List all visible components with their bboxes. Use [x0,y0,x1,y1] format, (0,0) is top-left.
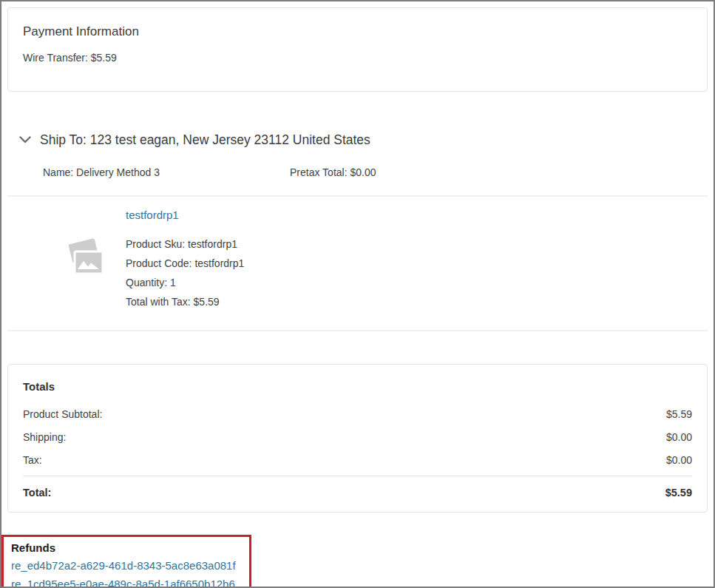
product-image-placeholder [43,238,126,280]
totals-value: $5.59 [666,407,692,422]
grand-total-label: Total: [23,485,51,500]
refund-id-link[interactable]: re_ed4b72a2-a629-461d-8343-5ac8e63a081f [11,556,242,575]
product-title-link[interactable]: testfordrp1 [126,208,179,223]
totals-label: Product Subtotal: [23,407,102,422]
ship-to-title: Ship To: 123 test eagan, New Jersey 2311… [40,132,370,148]
totals-row-tax: Tax: $0.00 [23,453,692,467]
product-code: Product Code: testfordrp1 [126,254,244,273]
refund-id-link[interactable]: re_1cd95ee5-e0ae-489c-8a5d-1af6650b12b6 [11,575,242,588]
totals-card: Totals Product Subtotal: $5.59 Shipping:… [7,364,708,513]
grand-total-value: $5.59 [665,485,692,500]
product-attributes: Product Sku: testfordrp1 Product Code: t… [126,234,244,311]
product-row: testfordrp1 Product Sku: testfordrp1 Pro… [43,206,714,311]
totals-row-shipping: Shipping: $0.00 [23,430,692,445]
refunds-title: Refunds [11,540,242,556]
refunds-highlight-box: Refunds re_ed4b72a2-a629-461d-8343-5ac8e… [1,535,251,588]
ship-to-header: Ship To: 123 test eagan, New Jersey 2311… [16,131,714,149]
totals-row-product-subtotal: Product Subtotal: $5.59 [23,407,692,422]
totals-row-grand-total: Total: $5.59 [23,485,692,500]
order-details-page: Payment Information Wire Transfer: $5.59… [0,0,715,588]
photo-library-icon [64,238,105,280]
totals-title: Totals [23,379,692,394]
product-details: testfordrp1 Product Sku: testfordrp1 Pro… [126,206,244,311]
shipment-meta-row: Name: Delivery Method 3 Pretax Total: $0… [1,166,714,178]
payment-information-title: Payment Information [23,24,692,40]
divider [7,195,708,197]
product-sku: Product Sku: testfordrp1 [126,234,244,254]
chevron-down-icon [19,135,31,146]
product-total-with-tax: Total with Tax: $5.59 [126,292,244,311]
totals-label: Shipping: [23,430,66,445]
totals-divider [23,476,692,476]
divider [7,330,708,331]
payment-method-line: Wire Transfer: $5.59 [23,51,692,64]
totals-value: $0.00 [666,453,692,467]
payment-information-card: Payment Information Wire Transfer: $5.59 [7,7,708,92]
totals-value: $0.00 [666,430,692,445]
delivery-method-name: Name: Delivery Method 3 [43,166,290,178]
product-quantity: Quantity: 1 [126,273,244,292]
totals-label: Tax: [23,453,42,467]
collapse-shipment-button[interactable] [16,131,34,149]
pretax-total: Pretax Total: $0.00 [290,166,376,178]
